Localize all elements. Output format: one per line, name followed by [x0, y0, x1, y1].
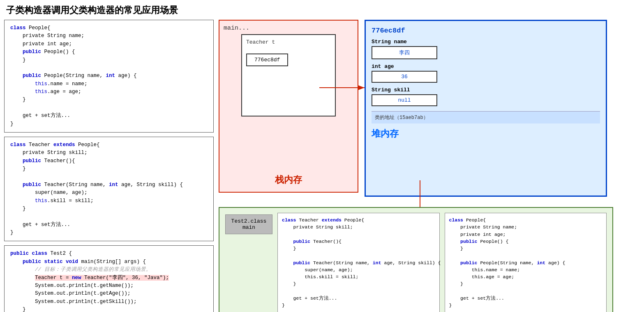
stack-frame: Teacher t 776ec8df: [241, 34, 336, 116]
main-label: main...: [224, 25, 353, 32]
heap-field-skill-label: String skill: [372, 87, 600, 93]
code-box-teacher: class Teacher extends People{ private St…: [4, 137, 214, 242]
heap-field-age-label: int age: [372, 63, 600, 70]
code-box-people: class People{ private String name; priva…: [4, 20, 214, 133]
heap-class-addr: 类的地址（15aeb7ab）: [372, 111, 600, 123]
test2-class-label: Test2.class main: [225, 214, 272, 234]
stack-label: 栈内存: [275, 174, 302, 186]
diagram-area: main... Teacher t 776ec8df 栈内存 776ec8df …: [219, 20, 640, 308]
stack-addr: 776ec8df: [246, 54, 288, 66]
heap-field-name: String name 李四: [372, 39, 600, 59]
stack-memory-box: main... Teacher t 776ec8df 栈内存: [219, 20, 358, 193]
heap-field-skill: String skill null: [372, 87, 600, 106]
people-class-code: class People{ private String name; priva…: [445, 213, 607, 312]
heap-label: 堆内存: [372, 128, 600, 140]
heap-field-name-label: String name: [372, 39, 600, 45]
heap-field-age: int age 36: [372, 63, 600, 83]
heap-memory-box: 776ec8df String name 李四 int age 36 Strin…: [365, 20, 607, 197]
heap-field-name-value: 李四: [372, 46, 437, 59]
left-column: class People{ private String name; priva…: [4, 20, 214, 312]
method-area-box: Test2.class main class Teacher extends P…: [219, 207, 613, 312]
heap-title: 776ec8df: [372, 27, 600, 35]
teacher-label: Teacher t: [246, 39, 331, 45]
code-box-test2: public class Test2 { public static void …: [4, 245, 214, 312]
page-title: 子类构造器调用父类构造器的常见应用场景: [0, 0, 644, 20]
heap-field-skill-value: null: [372, 94, 437, 106]
heap-field-age-value: 36: [372, 71, 437, 83]
teacher-class-code: class Teacher extends People{ private St…: [277, 213, 440, 312]
